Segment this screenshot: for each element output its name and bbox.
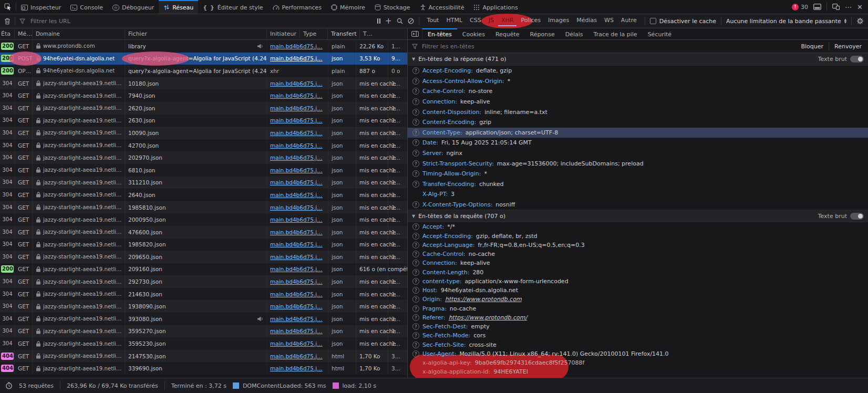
resend-request-button[interactable]: Renvoyer (832, 43, 864, 50)
header-row[interactable]: ?Cache-Control:no-store (408, 86, 868, 97)
detail-tab-r-ponse[interactable]: Réponse (525, 28, 560, 39)
tab-inspecteur[interactable]: Inspecteur (16, 0, 66, 14)
block-url-button[interactable]: Bloquer (799, 43, 825, 50)
initiator-link[interactable]: main.bd4b6d75.j… (270, 204, 323, 211)
request-row[interactable]: 200GETwww.protondb.comlibrarymain.bd4b6d… (0, 40, 407, 53)
help-question-icon[interactable]: ? (412, 314, 419, 321)
help-question-icon[interactable]: ? (412, 67, 419, 74)
initiator-link[interactable]: main.bd4b6d75.j… (270, 278, 323, 285)
help-question-icon[interactable]: ? (412, 260, 419, 266)
clear-requests-button[interactable] (4, 18, 11, 25)
header-row[interactable]: ?User-Agent:Mozilla/5.0 (X11; Linux x86_… (408, 349, 868, 358)
header-row[interactable]: ?Cache-Control:no-cache (408, 250, 868, 258)
request-row[interactable]: 304GETjazzy-starlight-aeea19.netli…47660… (0, 226, 407, 239)
detail-tab-d-lais[interactable]: Délais (560, 28, 588, 39)
initiator-link[interactable]: main.bd4b6d75.j… (270, 167, 323, 173)
request-row[interactable]: 304GETjazzy-starlight-aeea19.netli…20009… (0, 213, 407, 226)
initiator-link[interactable]: main.bd4b6d75.j… (270, 291, 323, 297)
filter-type-ws[interactable]: WS (601, 16, 617, 26)
tab-stockage[interactable]: Stockage (370, 0, 415, 14)
filter-type-js[interactable]: JS (485, 16, 497, 26)
header-row[interactable]: ?Access-Control-Allow-Origin:* (408, 76, 868, 87)
headers-filter-input[interactable] (421, 43, 795, 50)
header-row[interactable]: ?Content-Disposition:inline; filename=a.… (408, 107, 868, 117)
header-row[interactable]: ?Sec-Fetch-Site:cross-site (408, 340, 868, 349)
responsive-design-mode-button[interactable] (832, 4, 840, 10)
header-row[interactable]: ?Accept-Encoding:deflate, gzip (408, 66, 868, 76)
header-row[interactable]: ?Accept:*/* (408, 222, 868, 231)
add-request-button[interactable]: + (385, 16, 392, 26)
request-row[interactable]: 304GETjazzy-starlight-aeea19.netli…29273… (0, 275, 407, 288)
help-question-icon[interactable]: ? (412, 296, 419, 303)
initiator-link[interactable]: main.bd4b6d75.j… (270, 254, 323, 260)
help-question-icon[interactable]: ? (412, 251, 419, 257)
request-row[interactable]: 200OP…94he6yatei-dsn.algolia.netquery?x-… (0, 65, 407, 77)
initiator-link[interactable]: main.bd4b6d75.j… (270, 303, 323, 309)
request-row[interactable]: 304GETjazzy-starlight-aeea19.netli…35952… (0, 325, 407, 338)
element-picker-button[interactable] (0, 0, 16, 14)
request-row[interactable]: 304GETjazzy-starlight-aeea19.netli…19858… (0, 201, 407, 214)
request-row[interactable]: 304GETjazzy-starlight-aeea19.netli…10180… (0, 77, 407, 90)
request-row[interactable]: 304GETjazzy-starlight-aeea19.netli…19858… (0, 239, 407, 251)
header-row[interactable]: ?Connection:keep-alive (408, 258, 868, 267)
header-row[interactable]: ?Sec-Fetch-Mode:cors (408, 331, 868, 340)
tab-m-moire[interactable]: Mémoire (326, 0, 370, 14)
column-header-file[interactable]: Fichier (125, 28, 267, 39)
detail-tab-cookies[interactable]: Cookies (457, 28, 490, 39)
header-row[interactable]: ?Connection:keep-alive (408, 97, 868, 107)
error-count-badge[interactable]: ! 30 (792, 4, 808, 11)
initiator-link[interactable]: main.bd4b6d75.j… (270, 353, 323, 359)
request-row[interactable]: 304GETjazzy-starlight-aeea19.netli…21463… (0, 288, 407, 301)
initiator-link[interactable]: main.bd4b6d75.j… (270, 55, 323, 61)
initiator-link[interactable]: main.bd4b6d75.j… (270, 154, 323, 161)
help-question-icon[interactable]: ? (412, 332, 419, 339)
filter-type-html[interactable]: HTML (443, 16, 466, 26)
request-row[interactable]: 304GETjazzy-starlight-aeea19.netli…19380… (0, 300, 407, 313)
initiator-link[interactable]: main.bd4b6d75.j… (270, 142, 323, 149)
tab-applications[interactable]: Applications (469, 0, 522, 14)
detail-tab-en-t-tes[interactable]: En-têtes (422, 28, 457, 39)
request-row[interactable]: 404GETjazzy-starlight-aeea19.netli…21475… (0, 350, 407, 363)
help-question-icon[interactable]: ? (412, 242, 419, 249)
request-row[interactable]: 304GETjazzy-starlight-aeea19.netli…2640.… (0, 189, 407, 201)
column-header-size[interactable]: T… (360, 28, 407, 39)
header-row[interactable]: ?Date:Fri, 15 Aug 2025 21:05:14 GMT (408, 138, 868, 148)
performance-analysis-button[interactable] (5, 382, 13, 389)
initiator-link[interactable]: main.bd4b6d75.j… (270, 340, 323, 347)
column-header-status[interactable]: Éta (0, 28, 15, 39)
column-header-initiator[interactable]: Initiateur (267, 28, 300, 39)
request-row[interactable]: 200POST94he6yatei-dsn.algolia.netquery?x… (0, 53, 407, 65)
tab-r-seau[interactable]: Réseau (159, 0, 198, 14)
header-row[interactable]: ?Sec-Fetch-Dest:empty (408, 322, 868, 331)
header-row[interactable]: x-algolia-api-key:9ba0e69fb2974316cdaec8… (408, 358, 868, 367)
initiator-link[interactable]: main.bd4b6d75.j… (270, 43, 323, 49)
header-row[interactable]: ?Host:94he6yatei-dsn.algolia.net (408, 286, 868, 295)
detail-tab-s-curit-[interactable]: Sécurité (643, 28, 677, 39)
filter-type-polices[interactable]: Polices (518, 16, 544, 26)
request-row[interactable]: 304GETjazzy-starlight-aeea19.netli…39308… (0, 313, 407, 325)
filter-type-autre[interactable]: Autre (618, 16, 640, 26)
request-row[interactable]: 304GETjazzy-starlight-aeea19.netli…20965… (0, 251, 407, 263)
detail-tab-trace-de-la-pile[interactable]: Trace de la pile (588, 28, 643, 39)
header-row[interactable]: ?Accept-Language:fr,fr-FR;q=0.8,en-US;q=… (408, 241, 868, 250)
initiator-link[interactable]: main.bd4b6d75.j… (270, 130, 323, 136)
column-header-domain[interactable]: Domaine (33, 28, 125, 39)
help-question-icon[interactable]: ? (412, 98, 419, 105)
header-row[interactable]: ?Referer:https://www.protondb.com/ (408, 313, 868, 322)
request-row[interactable]: 404GETjazzy-starlight-aeea19.netli…33969… (0, 362, 407, 375)
initiator-link[interactable]: main.bd4b6d75.j… (270, 216, 323, 223)
url-filter-input[interactable] (29, 17, 373, 25)
disable-cache-checkbox[interactable]: Désactiver le cache (650, 18, 716, 25)
pause-traffic-icon[interactable] (377, 18, 380, 24)
header-row[interactable]: ?content-type:application/x-www-form-url… (408, 277, 868, 286)
help-question-icon[interactable]: ? (412, 201, 419, 208)
help-question-icon[interactable]: ? (412, 160, 419, 167)
help-question-icon[interactable]: ? (412, 350, 419, 357)
request-row[interactable]: 304GETjazzy-starlight-aeea19.netli…31121… (0, 177, 407, 189)
help-question-icon[interactable]: ? (412, 139, 419, 146)
help-question-icon[interactable]: ? (412, 278, 419, 285)
initiator-link[interactable]: main.bd4b6d75.j… (270, 229, 323, 235)
search-button[interactable] (397, 18, 403, 24)
header-row[interactable]: ?Strict-Transport-Security:max-age=31536… (408, 158, 868, 169)
request-row[interactable]: 304GETjazzy-starlight-aeea19.netli…35952… (0, 337, 407, 350)
